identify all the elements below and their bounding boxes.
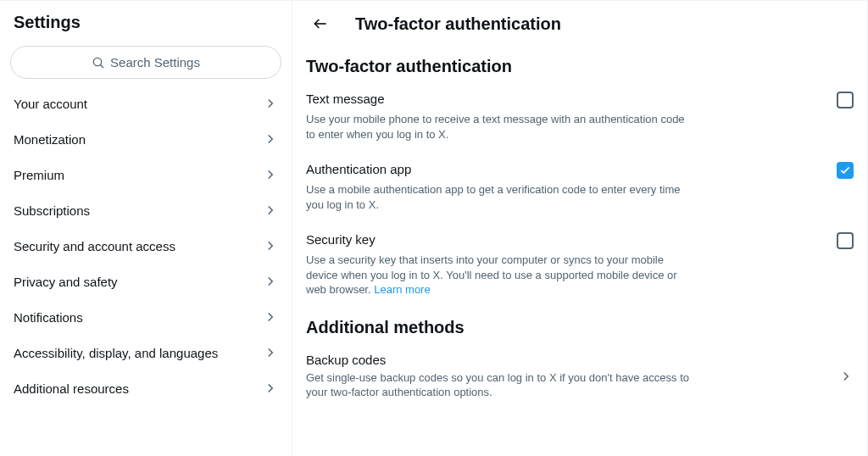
checkbox-auth-app[interactable] <box>837 162 854 179</box>
option-backup-codes[interactable]: Backup codes Get single-use backup codes… <box>292 344 867 412</box>
search-icon <box>92 56 105 70</box>
section-title-2fa: Two-factor authentication <box>292 48 867 83</box>
checkbox-security-key[interactable] <box>837 232 854 249</box>
app-root: Settings Search Settings Your account Mo… <box>0 0 868 456</box>
option-head: Security key <box>306 232 854 249</box>
sidebar-item-label: Accessibility, display, and languages <box>14 346 218 360</box>
option-head: Text message <box>306 92 854 108</box>
main-panel: Two-factor authentication Two-factor aut… <box>292 1 868 456</box>
main-header: Two-factor authentication <box>292 1 867 48</box>
option-desc: Use your mobile phone to receive a text … <box>306 112 696 142</box>
sidebar-item-label: Monetization <box>14 132 86 147</box>
search-input[interactable]: Search Settings <box>10 46 281 79</box>
sidebar-item-privacy[interactable]: Privacy and safety <box>0 264 292 299</box>
checkbox-text-message[interactable] <box>837 92 854 108</box>
chevron-right-icon <box>263 238 278 253</box>
learn-more-link[interactable]: Learn more <box>374 283 430 296</box>
option-auth-app: Authentication app Use a mobile authenti… <box>292 153 867 224</box>
search-wrap: Search Settings <box>0 46 292 86</box>
chevron-right-icon <box>263 203 278 218</box>
sidebar-item-subscriptions[interactable]: Subscriptions <box>0 192 292 228</box>
sidebar-item-label: Additional resources <box>14 381 129 396</box>
sidebar-item-accessibility[interactable]: Accessibility, display, and languages <box>0 335 292 370</box>
sidebar-item-label: Privacy and safety <box>14 275 118 289</box>
nav-option-text: Backup codes Get single-use backup codes… <box>306 353 838 400</box>
option-desc: Get single-use backup codes so you can l… <box>306 370 696 400</box>
sidebar-item-additional[interactable]: Additional resources <box>0 370 292 406</box>
sidebar-item-label: Subscriptions <box>14 203 90 218</box>
chevron-right-icon <box>263 274 278 289</box>
option-text-message: Text message Use your mobile phone to re… <box>292 83 867 153</box>
settings-title: Settings <box>0 1 292 46</box>
sidebar-item-security[interactable]: Security and account access <box>0 228 292 264</box>
chevron-right-icon <box>263 167 278 182</box>
chevron-right-icon <box>263 96 278 111</box>
arrow-left-icon <box>312 15 329 32</box>
sidebar-item-notifications[interactable]: Notifications <box>0 299 292 335</box>
option-security-key: Security key Use a security key that ins… <box>292 224 867 309</box>
option-label: Authentication app <box>306 162 411 176</box>
chevron-right-icon <box>263 309 278 325</box>
sidebar-item-label: Security and account access <box>14 239 175 253</box>
option-label: Security key <box>306 232 376 247</box>
svg-point-0 <box>93 58 101 65</box>
chevron-right-icon <box>263 345 278 360</box>
option-desc: Use a mobile authentication app to get a… <box>306 182 696 212</box>
chevron-right-icon <box>838 369 854 384</box>
option-label: Text message <box>306 92 385 106</box>
sidebar-item-label: Notifications <box>14 310 83 325</box>
sidebar-item-monetization[interactable]: Monetization <box>0 121 292 157</box>
settings-sidebar: Settings Search Settings Your account Mo… <box>0 1 292 456</box>
page-title: Two-factor authentication <box>355 14 561 34</box>
option-desc-text: Use a security key that inserts into you… <box>306 253 677 296</box>
chevron-right-icon <box>263 381 278 396</box>
option-label: Backup codes <box>306 353 838 367</box>
sidebar-item-your-account[interactable]: Your account <box>0 86 292 121</box>
sidebar-item-label: Premium <box>14 168 64 182</box>
back-button[interactable] <box>306 9 335 38</box>
svg-line-1 <box>101 64 103 67</box>
option-desc: Use a security key that inserts into you… <box>306 253 696 298</box>
sidebar-item-label: Your account <box>14 97 87 111</box>
check-icon <box>839 164 851 176</box>
sidebar-item-premium[interactable]: Premium <box>0 157 292 192</box>
option-head: Authentication app <box>306 162 854 179</box>
chevron-right-icon <box>263 131 278 147</box>
section-title-additional: Additional methods <box>292 309 867 344</box>
search-placeholder: Search Settings <box>110 55 200 70</box>
